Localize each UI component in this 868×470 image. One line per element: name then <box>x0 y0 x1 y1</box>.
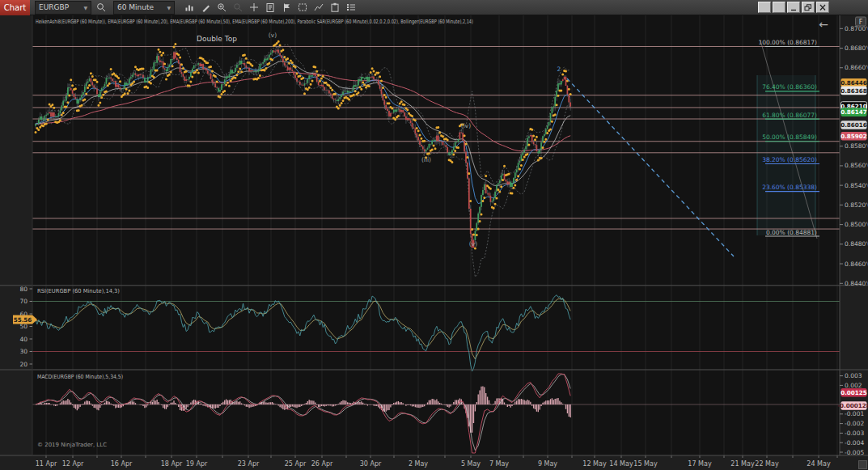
wave-label: (iii) <box>421 156 431 163</box>
blank-1-button[interactable] <box>758 2 771 13</box>
macd-tick-label: -0.001 <box>845 410 864 417</box>
date-label: 23 Apr <box>238 460 260 468</box>
instrument-selector-value: EURGBP <box>39 3 77 11</box>
price-tick-label: 0.8500'0 <box>845 221 868 228</box>
chart-canvas[interactable]: 100.00% (0.86817)76.40% (0.86360)61.80% … <box>0 15 868 470</box>
price-tick-label: 0.8680'0 <box>845 44 868 52</box>
drawing-tools-icon[interactable] <box>198 2 213 14</box>
price-tick-label: 0.8520'0 <box>845 201 868 209</box>
price-badge-label: 0.86446 <box>840 79 867 87</box>
date-label: 2 May <box>409 460 428 468</box>
window-controls <box>758 2 868 13</box>
macd-badge-label: -0.000128 <box>837 402 868 409</box>
instrument-selector[interactable]: EURGBP ▼ <box>35 1 91 15</box>
scroll-left-arrow-icon[interactable]: ← <box>819 18 828 31</box>
fullscreen-button-label: F <box>859 19 863 26</box>
price-tick-label: 0.8480'0 <box>845 240 868 248</box>
macd-indicator-label: MACD(EURGBP (60 Minute),5,34,5) <box>37 374 123 380</box>
date-label: 12 May <box>582 460 607 468</box>
toolbar <box>182 2 358 14</box>
blank-2-button[interactable] <box>773 2 785 13</box>
rsi-tick-label: 70 <box>19 298 28 305</box>
macd-tick-label: -0.005 <box>845 449 864 456</box>
chevron-down-icon: ▼ <box>167 5 171 11</box>
macd-tick-label: 0.003 <box>845 372 862 379</box>
instrument-search-icon[interactable] <box>94 2 108 14</box>
macd-badge-label: 0.00125 <box>840 389 867 396</box>
wave-label: (v) <box>269 32 277 39</box>
interval-selector[interactable]: 60 Minute ▼ <box>113 1 175 15</box>
date-label: 30 Apr <box>360 460 382 468</box>
indicators-icon[interactable] <box>311 2 326 14</box>
resize-grip[interactable] <box>859 461 867 469</box>
interval-selector-value: 60 Minute <box>117 3 160 11</box>
titlebar: Chart EURGBP ▼ 60 Minute ▼ <box>0 0 868 15</box>
zoom-in-icon[interactable] <box>214 2 229 14</box>
double-top-annotation: Double Top <box>197 35 237 43</box>
date-label: 26 Apr <box>311 460 333 468</box>
wave-label: 2 <box>557 66 561 73</box>
macd-tick-label: 0.002 <box>845 382 862 389</box>
price-tick-label: 0.8540'0 <box>845 182 868 189</box>
rsi-tick-label: 40 <box>19 336 28 343</box>
rsi-value-badge-label: 55.56 <box>14 316 32 324</box>
price-tick-label: 0.8460'0 <box>845 260 868 268</box>
fib-level-label: 38.20% (0.85620) <box>762 156 817 163</box>
date-label: 17 May <box>688 460 712 468</box>
date-label: 19 Apr <box>186 460 208 468</box>
select-region-icon[interactable] <box>295 2 310 14</box>
alerts-icon[interactable] <box>279 2 294 14</box>
new-window-icon[interactable] <box>263 2 277 14</box>
date-label: 15 May <box>633 460 658 468</box>
chart-style-icon[interactable] <box>182 2 197 14</box>
fib-level-label: 76.40% (0.86360) <box>762 83 817 91</box>
wave-label: (iv) <box>461 122 471 129</box>
date-label: 7 May <box>489 460 509 468</box>
fib-level-label: 100.00% (0.86817) <box>758 39 817 46</box>
date-label: 25 Apr <box>285 460 307 468</box>
price-badge-label: 0.86016 <box>840 121 867 129</box>
date-label: 24 May <box>807 460 831 468</box>
date-label: 21 May <box>730 460 755 468</box>
ninjatrader-chart-window: Chart EURGBP ▼ 60 Minute ▼ 100.00% (0.86… <box>0 0 868 470</box>
price-badge-label: 0.86147 <box>840 108 867 116</box>
fib-level-label: 50.00% (0.85849) <box>762 133 817 141</box>
date-label: 22 May <box>755 460 779 468</box>
macd-tick-label: -0.002 <box>845 420 864 427</box>
price-panel[interactable] <box>32 15 840 286</box>
price-tick-label: 0.8660'0 <box>845 64 868 71</box>
date-label: 5 May <box>461 460 481 468</box>
fib-level-label: 0.00% (0.84881) <box>766 229 817 236</box>
date-label: 14 May <box>609 460 633 468</box>
date-label: 11 Apr <box>36 460 57 468</box>
properties-icon[interactable] <box>344 2 358 14</box>
rsi-indicator-label: RSI(EURGBP (60 Minute),14,3) <box>37 288 120 294</box>
chart-tab[interactable]: Chart <box>0 0 30 15</box>
macd-tick-label: -0.003 <box>845 430 864 437</box>
price-badge-label: 0.86368 <box>840 87 867 95</box>
price-tick-label: 0.8580'0 <box>845 142 868 150</box>
price-indicator-label: HeikenAshi8(EURGBP (60 Minute)), EMA(EUR… <box>36 19 473 25</box>
price-tick-label: 0.8560'0 <box>845 162 868 169</box>
macd-tick-label: -0.004 <box>845 439 864 447</box>
close-button[interactable] <box>816 2 829 13</box>
date-label: 12 Apr <box>62 460 84 468</box>
rsi-tick-label: 30 <box>19 348 28 355</box>
zoom-out-icon[interactable] <box>231 2 245 14</box>
crosshair-icon[interactable] <box>247 2 261 14</box>
minimize-button[interactable] <box>787 2 800 13</box>
date-label: 9 May <box>538 460 557 468</box>
price-tick-label: 0.8440'0 <box>845 280 868 287</box>
restore-button[interactable] <box>802 2 815 13</box>
chart-region: 100.00% (0.86817)76.40% (0.86360)61.80% … <box>0 15 868 470</box>
rsi-tick-label: 80 <box>19 286 28 293</box>
date-label: 16 Apr <box>111 460 133 468</box>
fib-level-label: 61.80% (0.86077) <box>762 112 817 119</box>
wave-label: (v) <box>469 240 477 248</box>
date-label: 18 Apr <box>161 460 183 468</box>
chevron-down-icon: ▼ <box>83 5 87 11</box>
rsi-tick-label: 20 <box>19 361 28 368</box>
price-badge-label: 0.85902 <box>840 133 867 140</box>
data-series-icon[interactable] <box>328 2 342 14</box>
copyright-label: © 2019 NinjaTrader, LLC <box>37 442 107 448</box>
